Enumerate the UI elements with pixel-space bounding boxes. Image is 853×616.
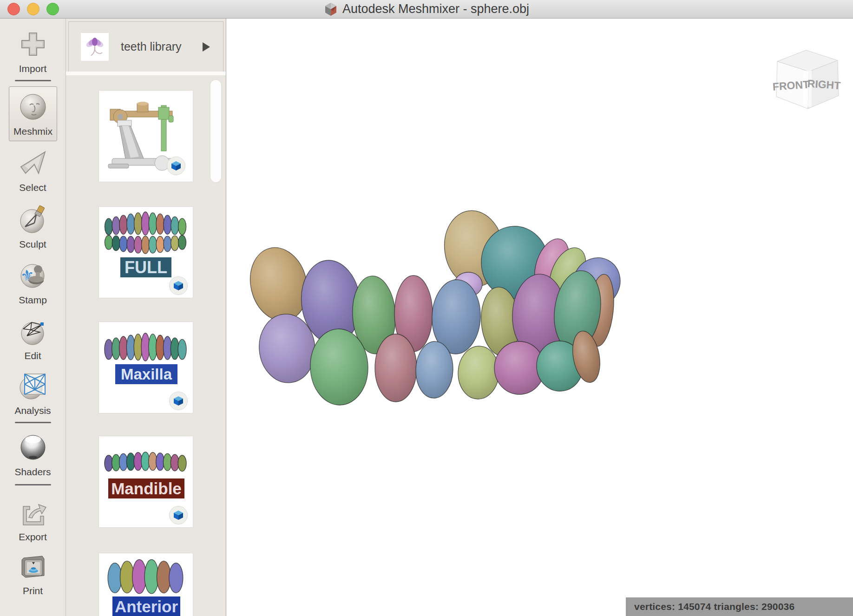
thumb-tooth (132, 559, 146, 594)
library-item-articulator[interactable] (98, 90, 193, 182)
toolbar-button-stamp[interactable]: ⚜ Stamp (0, 257, 66, 306)
toolbar-label: Stamp (0, 295, 66, 306)
thumb-tooth (120, 561, 134, 593)
thumb-tooth (149, 213, 157, 235)
thumb-tooth (112, 216, 120, 234)
toolbar-label: Sculpt (0, 239, 66, 250)
thumb-tooth (164, 236, 171, 252)
thumb-tooth (171, 236, 179, 250)
tooth-blob (415, 341, 454, 399)
mandible-banner-label: Mandible (111, 479, 182, 498)
thumb-tooth (108, 563, 122, 593)
view-cube[interactable]: FRONT RIGHT (773, 43, 842, 112)
status-text: vertices: 145074 triangles: 290036 (626, 601, 794, 612)
meshmixer-polyhedron-icon (324, 2, 338, 16)
toolbar-button-export[interactable]: Export (0, 494, 66, 543)
close-button[interactable] (7, 3, 20, 15)
thumb-tooth (156, 236, 164, 253)
toolbar-button-sculpt[interactable]: Sculpt (0, 202, 66, 250)
thumb-tooth (105, 218, 112, 235)
wireframe-sphere-icon (0, 313, 66, 349)
zoom-button[interactable] (46, 3, 59, 15)
toolbar-label: Print (0, 585, 66, 596)
minimize-button[interactable] (27, 3, 39, 15)
thumb-tooth (119, 236, 127, 252)
mandible-banner: Mandible (108, 478, 184, 498)
toolbar-divider (15, 422, 51, 423)
traffic-lights (0, 0, 59, 18)
toolbar-button-meshmix[interactable]: Meshmix (9, 86, 57, 141)
anterior-banner: Anterior (112, 596, 180, 616)
full-teeth-thumbnail (102, 210, 189, 259)
thumb-tooth (156, 214, 164, 234)
stamp-fleur-icon: ⚜ (0, 257, 66, 294)
printer-3d-icon (0, 548, 66, 584)
export-arrow-icon (0, 494, 66, 531)
window-title-wrap: Autodesk Meshmixer - sphere.obj (324, 2, 529, 16)
thumb-tooth (112, 236, 120, 250)
toolbar-label: Edit (0, 350, 66, 361)
thumb-tooth (142, 212, 150, 235)
mesh-analysis-icon (0, 368, 66, 404)
3d-cube-badge (167, 157, 185, 175)
thumb-tooth (105, 235, 112, 249)
thumb-tooth (178, 218, 186, 235)
thumb-tooth (178, 235, 186, 249)
thumb-tooth (164, 215, 171, 234)
thumb-tooth (134, 236, 142, 253)
expand-right-icon[interactable] (203, 42, 210, 52)
toolbar-button-print[interactable]: Print (0, 548, 66, 596)
thumb-tooth (127, 214, 135, 234)
toolbar: Import Meshmix (0, 19, 66, 616)
model-viewport[interactable]: FRONT RIGHT vertices: 145074 triangles: … (226, 19, 853, 616)
thumb-tooth (142, 236, 150, 254)
face-sphere-icon (9, 89, 57, 125)
maxilla-banner: Maxilla (115, 364, 177, 384)
toolbar-button-edit[interactable]: Edit (0, 313, 66, 361)
library-scrollbar[interactable] (210, 80, 221, 182)
window-title: Autodesk Meshmixer - sphere.obj (342, 2, 529, 16)
3d-cube-badge (169, 392, 188, 410)
plus-icon (0, 26, 66, 62)
teeth-3d-model[interactable] (226, 19, 853, 616)
thumb-tooth (127, 236, 135, 253)
status-bar: vertices: 145074 triangles: 290036 (626, 597, 853, 616)
meshmixer-window: Autodesk Meshmixer - sphere.obj Import (0, 0, 853, 616)
cursor-arrow-icon (0, 145, 66, 181)
thumb-tooth (119, 215, 127, 234)
toolbar-divider (15, 80, 51, 81)
toolbar-label: Select (0, 182, 66, 193)
view-cube-front-face[interactable]: FRONT (773, 78, 810, 92)
titlebar[interactable]: Autodesk Meshmixer - sphere.obj (0, 0, 853, 19)
3d-cube-badge (169, 276, 188, 295)
toolbar-button-shaders[interactable]: Shaders (0, 429, 66, 478)
toolbar-divider (15, 484, 51, 485)
anterior-teeth-thumbnail (102, 556, 189, 598)
toolbar-label: Shaders (0, 466, 66, 478)
thumb-tooth (157, 561, 171, 593)
library-item-mandible[interactable]: Mandible (98, 436, 193, 528)
anterior-banner-label: Anterior (115, 597, 178, 616)
thumb-tooth (134, 213, 142, 235)
toolbar-button-analysis[interactable]: Analysis (0, 368, 66, 416)
toolbar-label: Import (0, 63, 66, 74)
lotus-flower-icon (81, 33, 109, 61)
thumb-tooth (144, 559, 158, 594)
panel-divider (66, 72, 226, 75)
toolbar-button-import[interactable]: Import (0, 26, 66, 74)
thumb-tooth (169, 563, 183, 593)
library-item-maxilla[interactable]: Maxilla (98, 321, 193, 413)
library-item-full[interactable]: FULL (98, 206, 193, 298)
full-banner: FULL (120, 257, 171, 277)
library-header[interactable]: teeth library (68, 21, 223, 72)
thumb-tooth (178, 455, 186, 472)
view-cube-right-face[interactable]: RIGHT (807, 78, 841, 92)
tooth-blob (375, 334, 417, 402)
toolbar-label: Analysis (0, 405, 66, 416)
toolbar-button-select[interactable]: Select (0, 145, 66, 193)
library-item-anterior[interactable]: Anterior (98, 553, 193, 616)
full-banner-label: FULL (125, 258, 167, 277)
toolbar-label: Export (0, 531, 66, 543)
thumb-tooth (171, 216, 179, 234)
thumb-tooth (178, 339, 186, 360)
